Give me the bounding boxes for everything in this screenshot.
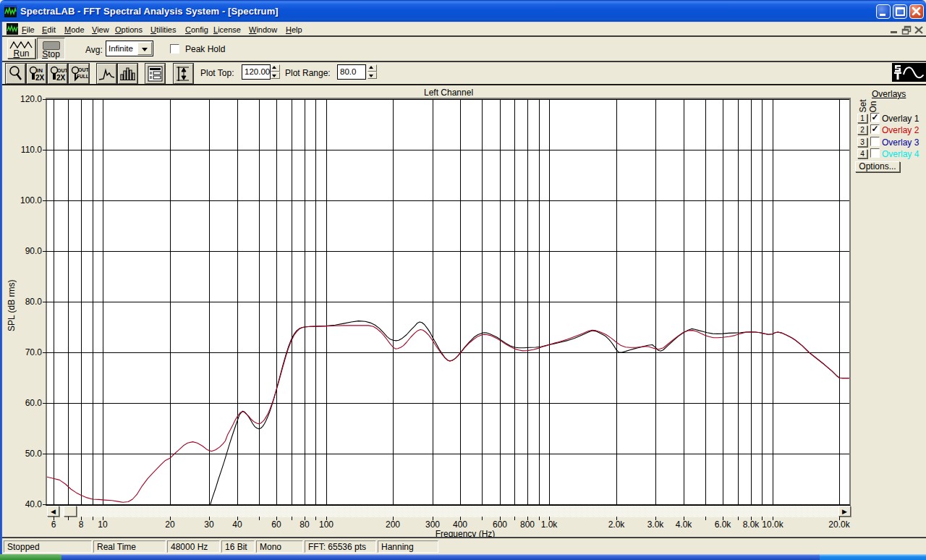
svg-text:OUT: OUT <box>57 68 67 73</box>
svg-text:2X: 2X <box>35 74 45 82</box>
svg-text:2X: 2X <box>56 74 66 82</box>
svg-text:OUT: OUT <box>78 67 88 72</box>
svg-text:FULL: FULL <box>77 74 88 79</box>
svg-text:IN: IN <box>37 67 43 74</box>
